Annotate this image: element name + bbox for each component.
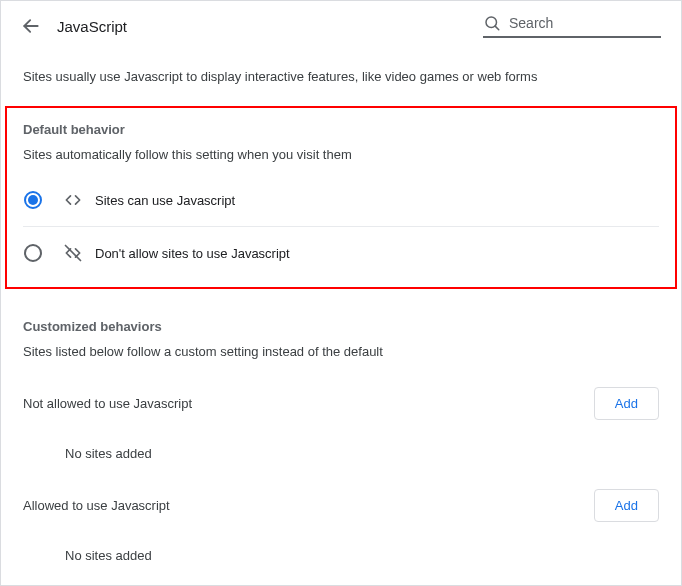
arrow-left-icon xyxy=(21,16,41,36)
option-allow-label: Sites can use Javascript xyxy=(95,193,235,208)
allowed-list-title: Allowed to use Javascript xyxy=(23,498,170,513)
page-header: JavaScript xyxy=(1,1,681,49)
blocked-list-header: Not allowed to use Javascript Add xyxy=(23,387,659,420)
search-input[interactable] xyxy=(507,14,661,32)
svg-line-2 xyxy=(495,26,499,30)
search-box[interactable] xyxy=(483,14,661,38)
custom-sub: Sites listed below follow a custom setti… xyxy=(23,344,659,359)
default-behavior-section: Default behavior Sites automatically fol… xyxy=(5,106,677,289)
intro-text: Sites usually use Javascript to display … xyxy=(1,49,681,88)
settings-page: JavaScript Sites usually use Javascript … xyxy=(0,0,682,586)
code-off-icon xyxy=(63,243,83,263)
allowed-empty: No sites added xyxy=(23,522,659,563)
default-behavior-heading: Default behavior xyxy=(23,122,659,137)
svg-line-3 xyxy=(66,246,81,261)
option-block-js[interactable]: Don't allow sites to use Javascript xyxy=(23,226,659,269)
option-allow-js[interactable]: Sites can use Javascript xyxy=(23,184,659,216)
radio-selected[interactable] xyxy=(23,190,43,210)
back-button[interactable] xyxy=(21,16,41,36)
radio-unselected[interactable] xyxy=(23,243,43,263)
page-title: JavaScript xyxy=(57,18,127,35)
allowed-list: Allowed to use Javascript Add No sites a… xyxy=(23,489,659,563)
allowed-list-header: Allowed to use Javascript Add xyxy=(23,489,659,522)
blocked-list-title: Not allowed to use Javascript xyxy=(23,396,192,411)
search-icon xyxy=(483,14,501,32)
option-block-label: Don't allow sites to use Javascript xyxy=(95,246,290,261)
custom-behaviors-section: Customized behaviors Sites listed below … xyxy=(1,289,681,563)
blocked-list: Not allowed to use Javascript Add No sit… xyxy=(23,387,659,461)
blocked-empty: No sites added xyxy=(23,420,659,461)
custom-heading: Customized behaviors xyxy=(23,319,659,334)
default-behavior-sub: Sites automatically follow this setting … xyxy=(23,147,659,162)
add-blocked-button[interactable]: Add xyxy=(594,387,659,420)
code-icon xyxy=(63,190,83,210)
add-allowed-button[interactable]: Add xyxy=(594,489,659,522)
